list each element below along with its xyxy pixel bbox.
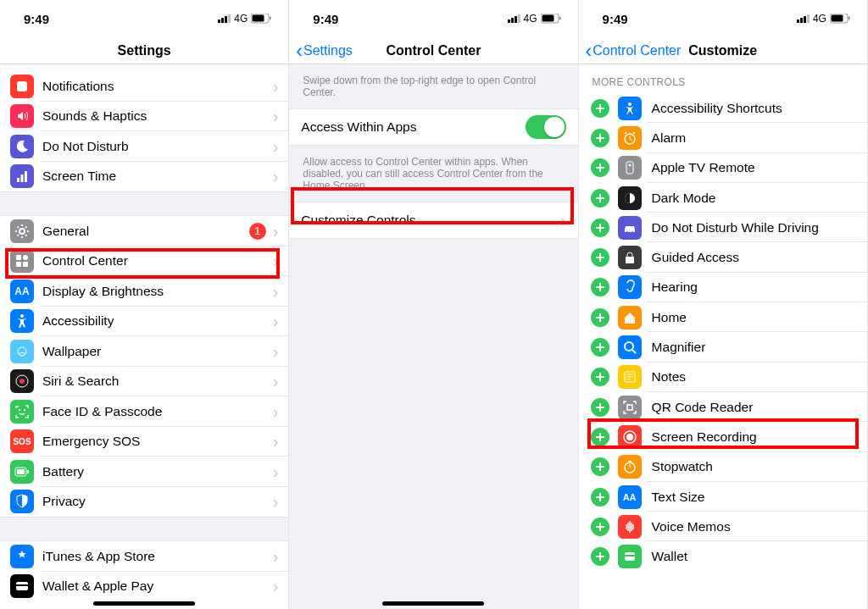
svg-point-12 [20, 314, 24, 318]
row-label: Display & Brightness [42, 284, 273, 299]
control-row-wallet[interactable]: Wallet [579, 541, 867, 571]
svg-rect-1 [253, 15, 264, 22]
add-button[interactable] [591, 308, 609, 327]
svg-rect-4 [17, 178, 19, 182]
add-button[interactable] [591, 158, 609, 177]
status-time: 9:49 [603, 12, 628, 26]
settings-row-wallet-apple-pay[interactable]: Wallet & Apple Pay› [0, 572, 288, 602]
back-button[interactable]: ‹Settings [296, 43, 352, 58]
svg-point-13 [18, 347, 26, 356]
add-button[interactable] [591, 428, 609, 446]
add-button[interactable] [591, 457, 609, 476]
control-row-voice-memos[interactable]: Voice Memos [579, 512, 867, 541]
add-button[interactable] [591, 129, 609, 147]
svg-rect-39 [627, 405, 632, 410]
add-button[interactable] [591, 398, 609, 417]
svg-rect-45 [625, 555, 635, 556]
control-row-apple-tv-remote[interactable]: Apple TV Remote [579, 153, 867, 183]
settings-row-itunes-app-store[interactable]: iTunes & App Store› [0, 541, 288, 572]
control-row-screen-recording[interactable]: Screen Recording [579, 422, 867, 451]
row-icon [10, 164, 34, 188]
row-label: Do Not Disturb [42, 139, 273, 154]
settings-row-face-id-passcode[interactable]: Face ID & Passcode› [0, 396, 288, 427]
row-icon: AA [10, 280, 34, 303]
row-label: Do Not Disturb While Driving [652, 220, 819, 235]
signal-icon [508, 14, 520, 23]
row-label: Emergency SOS [42, 434, 273, 449]
settings-row-general[interactable]: General1› [0, 216, 288, 246]
control-row-hearing[interactable]: Hearing [579, 273, 867, 302]
row-label: Accessibility [42, 313, 273, 329]
add-button[interactable] [591, 248, 609, 267]
customize-controls-row[interactable]: Customize Controls › [289, 202, 577, 239]
settings-row-notifications[interactable]: Notifications› [0, 71, 288, 102]
row-label: Screen Recording [652, 429, 757, 445]
row-icon [618, 545, 642, 568]
row-icon [10, 219, 34, 243]
status-right: 4G [797, 13, 850, 25]
control-row-dark-mode[interactable]: Dark Mode [579, 183, 867, 213]
row-label: Guided Access [652, 250, 739, 265]
home-indicator[interactable] [382, 601, 484, 606]
row-label: Siri & Search [42, 374, 273, 389]
settings-row-display-brightness[interactable]: AADisplay & Brightness› [0, 276, 288, 307]
add-button[interactable] [591, 518, 609, 536]
add-button[interactable] [591, 338, 609, 357]
settings-row-sounds-haptics[interactable]: Sounds & Haptics› [0, 102, 288, 132]
nav-bar: Settings [0, 37, 288, 64]
control-row-guided-access[interactable]: Guided Access [579, 242, 867, 272]
svg-point-32 [628, 164, 631, 167]
settings-row-privacy[interactable]: Privacy› [0, 487, 288, 518]
row-label: iTunes & App Store [42, 549, 273, 564]
row-label: Alarm [652, 130, 686, 146]
control-row-accessibility-shortcuts[interactable]: Accessibility Shortcuts [579, 93, 867, 123]
control-row-do-not-disturb-while-driving[interactable]: Do Not Disturb While Driving [579, 213, 867, 242]
status-bar: 9:49 4G [0, 0, 288, 37]
control-row-home[interactable]: Home [579, 302, 867, 332]
settings-row-siri-search[interactable]: Siri & Search› [0, 367, 288, 397]
settings-row-wallpaper[interactable]: Wallpaper› [0, 336, 288, 367]
row-icon [618, 156, 642, 180]
control-row-text-size[interactable]: AAText Size [579, 482, 867, 512]
add-button[interactable] [591, 189, 609, 208]
row-label: Text Size [652, 490, 705, 505]
row-label: Home [652, 310, 687, 325]
row-label: Magnifier [652, 340, 706, 355]
home-indicator[interactable] [93, 601, 195, 606]
add-button[interactable] [591, 278, 609, 296]
toggle-switch[interactable] [526, 115, 566, 139]
settings-row-do-not-disturb[interactable]: Do Not Disturb› [0, 131, 288, 162]
add-button[interactable] [591, 488, 609, 507]
svg-rect-3 [17, 81, 27, 91]
row-label: QR Code Reader [652, 400, 754, 415]
control-row-notes[interactable]: Notes [579, 363, 867, 392]
svg-point-41 [626, 434, 633, 440]
control-row-alarm[interactable]: Alarm [579, 123, 867, 152]
svg-rect-11 [23, 262, 28, 267]
status-bar: 9:49 4G [579, 0, 867, 37]
svg-rect-24 [542, 15, 554, 22]
row-icon [10, 135, 34, 158]
settings-row-battery[interactable]: Battery› [0, 457, 288, 487]
settings-row-control-center[interactable]: Control Center› [0, 246, 288, 277]
settings-row-accessibility[interactable]: Accessibility› [0, 307, 288, 337]
nav-bar: ‹Control Center Customize [579, 37, 867, 64]
add-button[interactable] [591, 219, 609, 237]
add-button[interactable] [591, 99, 609, 118]
settings-row-emergency-sos[interactable]: SOSEmergency SOS› [0, 427, 288, 457]
control-row-stopwatch[interactable]: Stopwatch [579, 452, 867, 482]
settings-row-screen-time[interactable]: Screen Time› [0, 162, 288, 192]
row-icon [618, 246, 642, 269]
row-label: Wallpaper [42, 344, 273, 359]
row-label: Wallet [652, 549, 688, 564]
access-within-apps-row[interactable]: Access Within Apps [289, 108, 577, 146]
control-row-qr-code-reader[interactable]: QR Code Reader [579, 392, 867, 422]
row-label: Wallet & Apple Pay [42, 579, 273, 594]
svg-point-15 [19, 379, 25, 384]
add-button[interactable] [591, 368, 609, 386]
back-button[interactable]: ‹Control Center [586, 43, 682, 58]
control-row-magnifier[interactable]: Magnifier [579, 332, 867, 362]
row-icon [618, 515, 642, 539]
add-button[interactable] [591, 547, 609, 566]
row-icon [618, 365, 642, 389]
